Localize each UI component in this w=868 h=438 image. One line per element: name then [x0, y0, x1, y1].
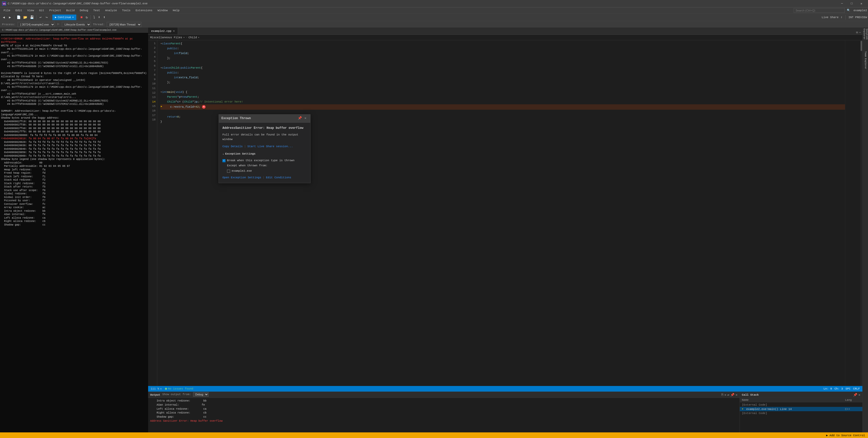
- int-preview-label[interactable]: INT PREVIEW: [848, 16, 867, 19]
- pin-exception-button[interactable]: 📌: [298, 116, 302, 121]
- output-panel-title: Output: [150, 393, 160, 396]
- redo-button[interactable]: ↪: [44, 14, 50, 20]
- close-exception-button[interactable]: ✕: [303, 116, 308, 121]
- menu-test[interactable]: Test: [91, 7, 102, 13]
- search-icon[interactable]: 🔍: [847, 9, 850, 12]
- process-dropdown[interactable]: [ 30724] example2.exe: [18, 22, 55, 27]
- menu-analyze[interactable]: Analyze: [103, 7, 120, 13]
- lifecycle-dropdown[interactable]: Lifecycle Events: [62, 22, 91, 27]
- output-close-icon[interactable]: ✕: [736, 393, 738, 397]
- cursor-position[interactable]: Ln: 9 Ch: 3 SPC CRLF: [824, 387, 860, 390]
- solution-explorer-btn[interactable]: Solution Explorer: [863, 29, 868, 49]
- output-word-wrap-icon[interactable]: ⇌: [727, 393, 729, 397]
- callstack-panel-title: Call Stack: [742, 393, 759, 396]
- menu-git[interactable]: Git: [36, 7, 47, 13]
- stop-debug-button[interactable]: ■: [79, 14, 84, 21]
- menu-project[interactable]: Project: [47, 7, 64, 13]
- continue-button[interactable]: ▶ Continue ▾: [52, 14, 76, 20]
- code-editor[interactable]: 1 2 3 4 5 6 7 8 9 10 11 12 13 14 15 16 1…: [148, 40, 862, 386]
- callstack-pin-icon[interactable]: 📌: [853, 393, 857, 397]
- copy-details-link[interactable]: Copy Details: [222, 144, 243, 149]
- break-when-thrown-row: ✓ Break when this exception type is thro…: [222, 159, 307, 163]
- step-into-button[interactable]: ⬇: [97, 14, 101, 21]
- show-from-dropdown[interactable]: Debug: [193, 392, 209, 397]
- callstack-row-main[interactable]: ➤ example2.exe!main() Line 14 C++: [740, 407, 862, 411]
- zoom-indicator[interactable]: 111 % ▾: [151, 387, 162, 391]
- vertical-scrollbar[interactable]: [860, 40, 862, 386]
- no-issues-indicator[interactable]: No issues found: [165, 387, 193, 390]
- undo-button[interactable]: ↩: [38, 14, 43, 20]
- terminal-content[interactable]: ========================================…: [0, 33, 148, 432]
- live-share-link[interactable]: Start Live Share session...: [247, 144, 293, 149]
- menu-debug[interactable]: Debug: [77, 7, 91, 13]
- toolbar-right: Live Share ⬆ INT PREVIEW: [822, 15, 867, 20]
- exception-header: Exception Thrown 📌 ✕: [219, 114, 310, 123]
- step-over-button[interactable]: ⤵: [92, 14, 96, 21]
- menu-tools[interactable]: Tools: [120, 7, 133, 13]
- live-share-button[interactable]: Live Share: [822, 16, 839, 19]
- callstack-close-icon[interactable]: ✕: [858, 393, 860, 397]
- example2-label: example2.exe: [231, 169, 252, 173]
- code-line-8: int extra_field;: [160, 75, 845, 80]
- example2-checkbox[interactable]: [227, 170, 230, 173]
- scrollbar-thumb[interactable]: [861, 41, 862, 51]
- terminal-title-text: C:\MSDN\cpp-docs-pr\docs\c-language\ASAN…: [2, 29, 117, 31]
- output-copy-icon[interactable]: ⎘: [721, 393, 723, 397]
- split-editor-icon[interactable]: ⊞: [856, 31, 858, 34]
- back-button[interactable]: ◀: [1, 14, 7, 20]
- open-exception-settings-link[interactable]: Open Exception Settings: [222, 175, 261, 180]
- forward-button[interactable]: ▶: [7, 14, 13, 20]
- menu-window[interactable]: Window: [155, 7, 170, 13]
- tab-bar: example2.cpp ✕ ⊞ ⋯: [148, 28, 862, 35]
- search-input[interactable]: [794, 8, 845, 13]
- menu-bar: File Edit View Git Project Build Debug T…: [0, 7, 868, 13]
- settings-collapse-icon[interactable]: ▾: [222, 152, 224, 157]
- new-file-button[interactable]: 📄: [16, 14, 22, 20]
- menu-file[interactable]: File: [1, 7, 13, 13]
- menu-help[interactable]: Help: [170, 7, 182, 13]
- exception-settings-section: ▾ Exception Settings ✓ Break when this e…: [222, 152, 307, 173]
- menu-build[interactable]: Build: [64, 7, 77, 13]
- vs-icon: VS: [2, 2, 6, 6]
- tab-close-icon[interactable]: ✕: [173, 29, 175, 33]
- more-tabs-icon[interactable]: ⋯: [859, 31, 861, 34]
- callstack-row-external-2[interactable]: [External Code]: [740, 411, 862, 415]
- output-show-from: Show output from: Debug: [162, 392, 209, 397]
- menu-extensions[interactable]: Extensions: [133, 7, 155, 13]
- open-button[interactable]: 📂: [22, 14, 28, 20]
- menu-view[interactable]: View: [25, 7, 36, 13]
- exception-popup: Exception Thrown 📌 ✕ AddressSanitizer Er…: [219, 114, 311, 183]
- no-issues-label: No issues found: [168, 387, 193, 390]
- break-when-thrown-checkbox[interactable]: ✓: [222, 159, 225, 162]
- continue-icon: ▶: [55, 15, 57, 19]
- edit-conditions-link[interactable]: Edit Conditions: [266, 175, 291, 180]
- team-explorer-btn[interactable]: Team Explorer: [863, 50, 868, 70]
- code-line-5: [160, 61, 845, 66]
- add-source-control-label[interactable]: ▶ Add to Source Control: [826, 434, 865, 437]
- code-content[interactable]: ▾ class Parent { public: int field; };: [157, 40, 845, 386]
- output-pin-icon[interactable]: 📌: [731, 393, 735, 397]
- tab-example2cpp[interactable]: example2.cpp ✕: [148, 28, 178, 34]
- exception-body: AddressSanitizer Error: Heap buffer over…: [219, 123, 310, 183]
- maximize-button[interactable]: □: [847, 0, 856, 7]
- save-button[interactable]: 💾: [29, 14, 35, 20]
- minimize-button[interactable]: ─: [837, 0, 846, 7]
- step-out-button[interactable]: ⬆: [102, 14, 106, 21]
- output-panel-content[interactable]: Intra object redzone: bb ASan internal: …: [148, 398, 740, 432]
- menu-edit[interactable]: Edit: [13, 7, 25, 13]
- process-label: Process:: [2, 23, 16, 26]
- callstack-row-external-1[interactable]: [External Code]: [740, 403, 862, 407]
- restart-debug-button[interactable]: ↻: [84, 14, 89, 21]
- continue-dropdown-icon[interactable]: ▾: [72, 15, 74, 19]
- thread-dropdown[interactable]: [30728] Main Thread: [107, 22, 142, 27]
- code-line-15: [160, 110, 845, 114]
- breadcrumb-class[interactable]: Child: [188, 36, 197, 39]
- right-sidebar: Solution Explorer Team Explorer: [862, 28, 868, 432]
- code-line-14: ➤ c->extra_field = 42; ●: [160, 104, 845, 110]
- code-line-11: ▾ int main(void) {: [160, 90, 845, 95]
- breadcrumb-files[interactable]: Miscellaneous Files: [150, 36, 182, 39]
- close-button[interactable]: ✕: [857, 0, 866, 7]
- bottom-panels: Output Show output from: Debug ⎘ ✕ ⇌ 📌 ✕: [148, 392, 862, 432]
- example2-checkbox-row: example2.exe: [227, 169, 307, 173]
- output-clear-icon[interactable]: ✕: [724, 393, 726, 397]
